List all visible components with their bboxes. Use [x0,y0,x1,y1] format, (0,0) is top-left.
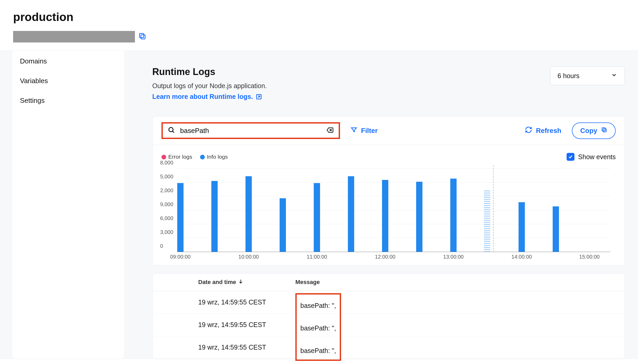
sidebar-item-variables[interactable]: Variables [12,71,124,91]
bar[interactable] [553,206,559,252]
message-highlight: basePath: '', basePath: '', basePath: ''… [295,293,341,361]
col-message-header[interactable]: Message [295,279,320,285]
cell-message: basePath: '', [300,302,336,309]
bar[interactable] [280,198,286,252]
refresh-button[interactable]: Refresh [525,126,561,135]
x-tick: 12:00:00 [375,254,395,260]
bar[interactable] [314,183,320,252]
show-events-label: Show events [578,153,616,161]
time-range-dropdown[interactable]: 6 hours [550,66,625,85]
learn-more-link[interactable]: Learn more about Runtime logs. [152,93,262,100]
table-row[interactable]: 19 wrz, 14:59:55 CEST [153,314,625,336]
x-tick: 13:00:00 [443,254,464,260]
legend-info: Info logs [207,154,228,160]
svg-rect-0 [141,35,145,39]
toolbar: Filter Refresh Copy [152,116,625,145]
cell-date: 19 wrz, 14:59:55 CEST [198,344,266,351]
copy-icon[interactable] [138,32,147,41]
cell-message: basePath: '', [300,347,336,355]
table-row[interactable]: 19 wrz, 14:59:55 CEST [153,336,625,359]
y-tick: 3,000 [160,229,173,235]
refresh-icon [525,126,532,135]
section-desc: Output logs of your Node.js application. [152,82,267,90]
search-icon [168,126,175,135]
filter-button[interactable]: Filter [351,126,378,135]
y-tick: 9,000 [160,201,173,207]
svg-rect-1 [139,33,144,38]
checkbox-checked-icon [567,153,574,161]
sidebar: Domains Variables Settings [12,51,125,359]
bar[interactable] [416,182,422,252]
table-row[interactable]: 19 wrz, 14:59:55 CEST basePath: '', base… [153,291,625,314]
cell-date: 19 wrz, 14:59:55 CEST [198,298,266,306]
sidebar-item-settings[interactable]: Settings [12,91,124,110]
time-range-label: 6 hours [558,72,579,80]
bar[interactable] [348,176,354,252]
clear-search-icon[interactable] [326,126,334,135]
copy-label: Copy [580,127,597,135]
legend: Error logs Info logs [161,154,228,160]
x-tick: 09:00:00 [170,254,191,260]
legend-error: Error logs [168,154,192,160]
show-events-toggle[interactable]: Show events [567,153,616,161]
bar[interactable] [519,202,525,252]
bar-current[interactable] [484,190,490,252]
x-tick: 11:00:00 [307,254,327,260]
filter-icon [351,126,357,135]
bar[interactable] [450,179,457,252]
chart-card: Error logs Info logs Show events 0 3,000… [152,145,625,265]
learn-more-label: Learn more about Runtime logs. [152,93,253,100]
copy-button[interactable]: Copy [572,122,616,139]
redacted-field [13,31,135,42]
refresh-label: Refresh [536,127,561,135]
x-tick: 15:00:00 [579,254,600,260]
sidebar-item-domains[interactable]: Domains [12,51,124,71]
log-table: Date and time Message 19 wrz, 14:59:55 C… [152,273,625,359]
page-title: production [13,10,625,24]
section-title: Runtime Logs [152,66,267,77]
y-tick: 5,000 [160,174,173,180]
sort-desc-icon[interactable] [238,279,243,286]
info-dot-icon [200,155,205,159]
y-tick: 6,000 [160,215,173,221]
bar[interactable] [177,183,184,252]
error-dot-icon [161,155,166,159]
bar[interactable] [245,176,252,252]
cell-message: basePath: '', [300,324,336,332]
search-box-highlight [161,122,340,139]
filter-label: Filter [361,127,378,135]
chart[interactable]: 0 3,000 6,000 9,000 2,000 5,000 8,000 [177,165,610,260]
event-marker [493,165,494,252]
chevron-down-icon [611,72,617,80]
bar[interactable] [211,181,218,252]
svg-rect-4 [603,129,606,132]
cell-date: 19 wrz, 14:59:55 CEST [198,321,266,329]
copy-icon [601,127,607,135]
bar[interactable] [382,180,388,252]
search-input[interactable] [180,127,321,135]
y-tick: 2,000 [160,188,173,194]
main-panel: Runtime Logs Output logs of your Node.js… [125,51,638,359]
col-date-header[interactable]: Date and time [198,279,236,286]
y-tick: 0 [160,243,163,249]
svg-point-3 [169,127,173,132]
x-tick: 10:00:00 [238,254,259,260]
x-tick: 14:00:00 [511,254,532,260]
y-tick: 8,000 [160,160,173,166]
svg-rect-5 [602,128,605,131]
